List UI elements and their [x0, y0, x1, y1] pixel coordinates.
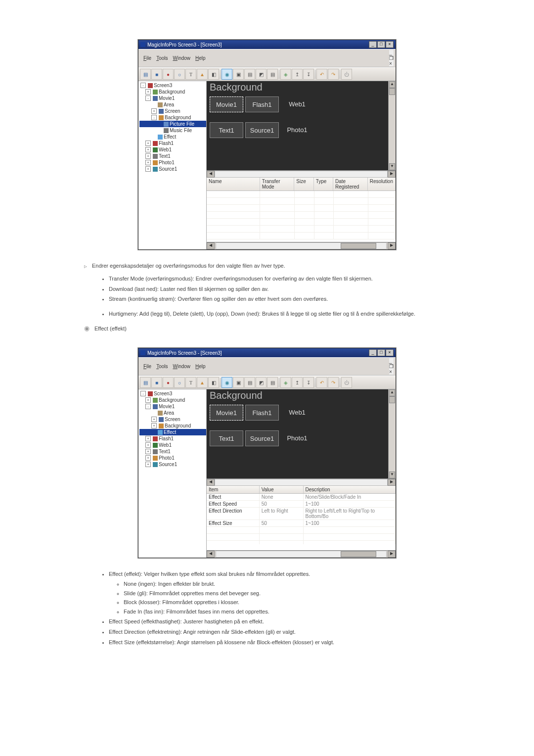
column-header[interactable]: Description — [304, 486, 396, 493]
tree-item[interactable]: +Background — [139, 397, 206, 403]
table-row[interactable] — [207, 212, 396, 219]
scroll-up-arrow-icon[interactable]: ▲ — [389, 81, 395, 88]
tool-icon[interactable]: ☼ — [174, 377, 185, 388]
tree-item[interactable]: Area — [139, 410, 206, 416]
child-restore-button[interactable]: ❐ — [389, 364, 394, 369]
tree-item[interactable]: -Background — [139, 114, 206, 121]
canvas-thumb[interactable]: Movie1 — [210, 405, 243, 421]
tree-item[interactable]: +Background — [139, 89, 206, 95]
scroll-up-arrow-icon[interactable]: ▲ — [389, 389, 395, 396]
tool-move-back-icon[interactable]: ↧ — [303, 377, 314, 388]
expand-icon[interactable]: + — [145, 455, 151, 461]
table-row[interactable] — [207, 226, 396, 233]
tool-icon[interactable]: ▤ — [267, 377, 278, 388]
vertical-scrollbar[interactable]: ▲ ▼ — [388, 389, 396, 478]
table-row[interactable]: Effect Speed501~100 — [207, 501, 396, 508]
expand-icon[interactable]: + — [151, 423, 157, 428]
expand-icon[interactable]: + — [145, 397, 151, 403]
vertical-scrollbar[interactable]: ▲ ▼ — [388, 81, 396, 170]
tree-item[interactable]: +Screen — [139, 108, 206, 114]
expand-icon[interactable]: + — [145, 462, 151, 467]
tool-move-front-icon[interactable]: ↥ — [292, 69, 303, 80]
scroll-down-arrow-icon[interactable]: ▼ — [389, 472, 395, 478]
tool-icon[interactable]: ● — [163, 69, 174, 80]
tree-item[interactable]: -Movie1 — [139, 95, 206, 101]
table-row[interactable] — [207, 219, 396, 226]
tree-item[interactable]: +Text1 — [139, 153, 206, 159]
tree-root[interactable]: -Screen3 — [139, 390, 206, 397]
tool-icon[interactable]: ▤ — [244, 377, 255, 388]
tree-item[interactable]: +Background — [139, 423, 206, 429]
tool-icon[interactable]: ◉ — [222, 377, 232, 388]
menu-tools[interactable]: Tools — [156, 55, 168, 61]
column-header[interactable]: Type — [314, 178, 333, 190]
canvas-thumb[interactable]: Web1 — [281, 405, 313, 420]
scroll-left-arrow-icon[interactable]: ◀ — [207, 242, 215, 249]
tree-item[interactable]: +Flash1 — [139, 140, 206, 146]
table-row[interactable]: Effect DirectionLeft to RightRight to Le… — [207, 508, 396, 520]
scroll-right-arrow-icon[interactable]: ▶ — [388, 479, 396, 486]
expand-icon[interactable]: + — [145, 449, 151, 454]
tool-icon[interactable]: ◈ — [280, 69, 291, 80]
menu-file[interactable]: File — [143, 55, 151, 61]
expand-icon[interactable]: + — [145, 436, 151, 441]
redo-icon[interactable]: ↷ — [328, 69, 339, 80]
tree-item[interactable]: +Photo1 — [139, 455, 206, 461]
tool-icon[interactable]: ● — [163, 377, 174, 388]
scroll-left-arrow-icon[interactable]: ◀ — [207, 171, 215, 178]
tree-item[interactable]: +Flash1 — [139, 435, 206, 442]
list-horizontal-scrollbar[interactable]: ◀ ▶ — [207, 550, 396, 558]
tool-icon[interactable]: ■ — [151, 377, 162, 388]
tool-icon[interactable]: ◩ — [256, 69, 267, 80]
tool-icon[interactable]: ▲ — [197, 69, 208, 80]
column-header[interactable]: Name — [207, 178, 260, 190]
tree-item[interactable]: +Source1 — [139, 166, 206, 172]
power-icon[interactable]: ⏻ — [341, 69, 352, 80]
scroll-left-arrow-icon[interactable]: ◀ — [207, 479, 215, 486]
scroll-thumb[interactable] — [341, 551, 376, 557]
expand-icon[interactable]: + — [151, 417, 157, 422]
tree-item[interactable]: Area — [139, 101, 206, 108]
table-row[interactable]: Effect Size501~100 — [207, 520, 396, 527]
tool-icon[interactable]: ◈ — [280, 377, 291, 388]
tool-icon[interactable]: ◧ — [208, 377, 219, 388]
expand-icon[interactable]: + — [145, 153, 151, 159]
menu-help[interactable]: Help — [195, 55, 206, 61]
expand-icon[interactable]: - — [145, 404, 151, 409]
canvas-thumb[interactable]: Photo1 — [281, 430, 313, 445]
canvas-horizontal-scrollbar[interactable]: ◀ ▶ — [207, 478, 396, 486]
tool-icon[interactable]: ▣ — [233, 69, 244, 80]
child-minimize-button[interactable]: _ — [389, 358, 394, 364]
child-restore-button[interactable]: ❐ — [389, 55, 394, 61]
scroll-left-arrow-icon[interactable]: ◀ — [207, 551, 215, 558]
table-row[interactable] — [207, 191, 396, 198]
tree-item[interactable]: Effect — [139, 429, 206, 435]
tree-item[interactable]: +Source1 — [139, 461, 206, 468]
scroll-right-arrow-icon[interactable]: ▶ — [388, 171, 396, 178]
scroll-right-arrow-icon[interactable]: ▶ — [388, 242, 396, 249]
column-header[interactable]: Resolution — [368, 178, 396, 190]
tree-item[interactable]: Picture File — [139, 121, 206, 127]
column-header[interactable]: Date Registered — [333, 178, 368, 190]
expand-icon[interactable]: + — [145, 89, 151, 94]
tree-item[interactable]: +Text1 — [139, 448, 206, 455]
column-header[interactable]: Size — [294, 178, 313, 190]
canvas-thumb[interactable]: Source1 — [245, 430, 279, 446]
tree-item[interactable]: +Web1 — [139, 442, 206, 448]
tool-icon[interactable]: ■ — [151, 69, 162, 80]
tree-item[interactable]: +Screen — [139, 416, 206, 423]
tool-icon[interactable]: ▤ — [244, 69, 255, 80]
expand-icon[interactable]: + — [145, 147, 151, 152]
close-button[interactable]: × — [386, 41, 394, 48]
expand-icon[interactable]: - — [151, 115, 157, 120]
table-row[interactable] — [207, 198, 396, 205]
canvas-thumb[interactable]: Text1 — [210, 430, 243, 446]
tool-move-front-icon[interactable]: ↥ — [292, 377, 303, 388]
canvas-thumb[interactable]: Source1 — [245, 122, 279, 138]
scroll-right-arrow-icon[interactable]: ▶ — [388, 551, 396, 558]
scroll-thumb[interactable] — [389, 88, 395, 95]
redo-icon[interactable]: ↷ — [328, 377, 339, 388]
canvas-thumb[interactable]: Movie1 — [210, 96, 243, 112]
undo-icon[interactable]: ↶ — [316, 377, 327, 388]
menu-file[interactable]: File — [143, 364, 151, 369]
